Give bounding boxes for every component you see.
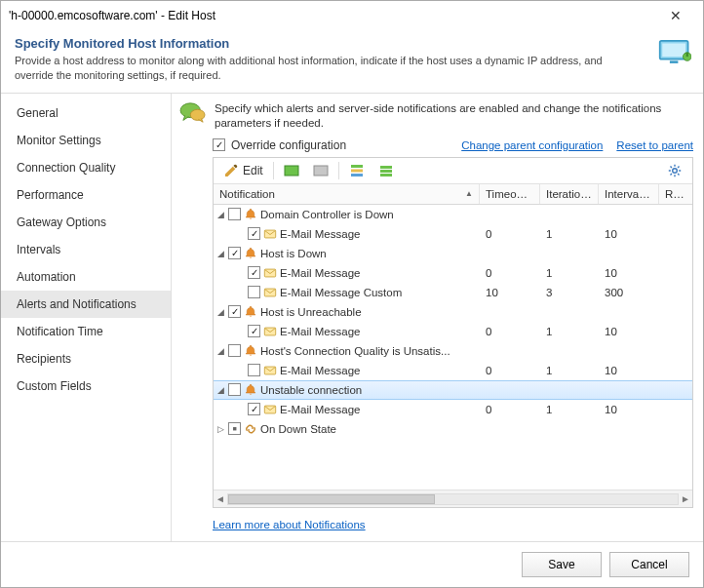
col-iterations[interactable]: Iterations	[540, 184, 599, 204]
cell-iter: 1	[540, 228, 599, 240]
sort-asc-icon: ▲	[465, 189, 473, 198]
row-checkbox[interactable]	[228, 247, 241, 259]
cell-notification: ▷On Down State	[214, 422, 480, 436]
row-checkbox[interactable]	[248, 364, 260, 376]
table-row[interactable]: ◢Host's Connection Quality is Unsatis...	[214, 341, 692, 361]
cell-interval: 10	[599, 365, 659, 376]
enable-icon	[284, 163, 299, 178]
collapse-icon[interactable]: ◢	[215, 307, 225, 317]
notifications-panel: Edit Notification▲ Timeout... Iterations…	[213, 157, 693, 508]
table-row[interactable]: E-Mail Message0110	[214, 263, 692, 283]
table-row[interactable]: ◢Host is Unreachable	[214, 302, 692, 322]
row-checkbox[interactable]	[248, 325, 260, 337]
row-checkbox[interactable]	[228, 305, 241, 318]
collapse-icon[interactable]: ◢	[215, 385, 225, 395]
change-parent-link[interactable]: Change parent configuration	[461, 139, 603, 151]
intro-text: Specify which alerts and server-side not…	[215, 101, 693, 132]
chat-icon	[179, 101, 207, 125]
cell-interval: 10	[599, 326, 659, 337]
sidebar-item-connection-quality[interactable]: Connection Quality	[1, 154, 171, 181]
sidebar-item-notification-time[interactable]: Notification Time	[1, 318, 171, 345]
cell-notification: E-Mail Message	[214, 403, 480, 416]
sidebar-item-intervals[interactable]: Intervals	[1, 236, 171, 263]
table-row[interactable]: ▷On Down State	[214, 419, 692, 439]
row-checkbox[interactable]	[248, 266, 260, 279]
window-title: 'h-00000.emcosoftware.com' - Edit Host	[9, 9, 215, 22]
learn-more-link[interactable]: Learn more about Notifications	[213, 519, 366, 530]
col-notification[interactable]: Notification▲	[214, 184, 480, 204]
mail-icon	[263, 266, 277, 280]
sidebar-item-recipients[interactable]: Recipients	[1, 345, 171, 372]
cell-iter: 1	[540, 365, 599, 376]
scroll-right-icon[interactable]: ►	[681, 493, 690, 504]
cell-notification: ◢Host's Connection Quality is Unsatis...	[214, 344, 480, 358]
link-icon	[244, 422, 257, 436]
row-checkbox[interactable]	[228, 208, 241, 220]
close-icon[interactable]: ✕	[656, 8, 695, 23]
expand-all-button[interactable]	[343, 161, 371, 180]
sidebar-item-performance[interactable]: Performance	[1, 181, 171, 209]
table-row[interactable]: ◢Unstable connection	[214, 380, 692, 400]
disable-button[interactable]	[307, 161, 334, 180]
intro: Specify which alerts and server-side not…	[179, 101, 693, 132]
cell-notification: E-Mail Message Custom	[214, 286, 480, 299]
enable-button[interactable]	[278, 161, 305, 180]
horizontal-scrollbar[interactable]: ◄ ►	[214, 490, 692, 507]
collapse-icon[interactable]: ◢	[215, 346, 225, 356]
override-label: Override configuration	[231, 138, 346, 152]
row-label: Host is Unreachable	[260, 306, 362, 318]
row-checkbox[interactable]	[228, 383, 241, 396]
sidebar-item-custom-fields[interactable]: Custom Fields	[1, 372, 171, 400]
expand-icon[interactable]: ▷	[215, 424, 225, 434]
collapse-all-button[interactable]	[372, 161, 400, 180]
row-label: E-Mail Message	[280, 267, 360, 279]
table-row[interactable]: ◢Host is Down	[214, 244, 692, 263]
row-checkbox[interactable]	[248, 403, 260, 415]
separator	[273, 162, 274, 179]
sidebar: GeneralMonitor SettingsConnection Qualit…	[1, 94, 172, 541]
table-row[interactable]: E-Mail Message0110	[214, 224, 692, 244]
row-checkbox[interactable]	[228, 344, 241, 357]
col-interval[interactable]: Interval ...	[599, 184, 659, 204]
row-label: E-Mail Message	[280, 326, 360, 337]
table-row[interactable]: E-Mail Message Custom103300	[214, 283, 692, 302]
cell-interval: 300	[599, 287, 659, 298]
scroll-track[interactable]	[227, 493, 679, 505]
table-row[interactable]: E-Mail Message0110	[214, 400, 692, 419]
row-checkbox[interactable]	[248, 227, 260, 240]
cell-notification: ◢Unstable connection	[214, 383, 480, 397]
cell-notification: ◢Domain Controller is Down	[214, 208, 480, 221]
row-checkbox[interactable]	[228, 422, 241, 435]
table-row[interactable]: ◢Domain Controller is Down	[214, 205, 692, 224]
scroll-left-icon[interactable]: ◄	[215, 493, 225, 504]
bell-icon	[244, 247, 257, 260]
sidebar-item-general[interactable]: General	[1, 99, 171, 127]
col-timeout[interactable]: Timeout...	[480, 184, 540, 204]
table-row[interactable]: E-Mail Message0110	[214, 322, 692, 341]
save-button[interactable]: Save	[522, 552, 602, 577]
sidebar-item-gateway-options[interactable]: Gateway Options	[1, 209, 171, 236]
monitor-icon	[658, 38, 691, 65]
override-checkbox[interactable]	[213, 138, 225, 151]
reset-to-parent-link[interactable]: Reset to parent	[616, 139, 693, 151]
grid-body: ◢Domain Controller is DownE-Mail Message…	[214, 205, 692, 490]
cell-timeout: 10	[480, 287, 540, 298]
table-row[interactable]: E-Mail Message0110	[214, 361, 692, 380]
scroll-thumb[interactable]	[228, 494, 435, 504]
page-subtitle: Provide a host address to monitor along …	[15, 54, 689, 83]
col-rest[interactable]: Rest	[659, 184, 692, 204]
cell-interval: 10	[599, 404, 659, 415]
row-checkbox[interactable]	[248, 286, 260, 298]
edit-button[interactable]: Edit	[217, 161, 269, 180]
sidebar-item-alerts-and-notifications[interactable]: Alerts and Notifications	[1, 291, 171, 318]
settings-button[interactable]	[661, 161, 688, 180]
sidebar-item-automation[interactable]: Automation	[1, 263, 171, 291]
row-label: E-Mail Message Custom	[280, 287, 402, 298]
cancel-button[interactable]: Cancel	[609, 552, 689, 577]
sidebar-item-monitor-settings[interactable]: Monitor Settings	[1, 127, 171, 154]
collapse-all-icon	[378, 163, 394, 178]
cell-interval: 10	[599, 267, 659, 279]
collapse-icon[interactable]: ◢	[215, 210, 225, 219]
collapse-icon[interactable]: ◢	[215, 249, 225, 258]
footer: Save Cancel	[1, 541, 703, 587]
